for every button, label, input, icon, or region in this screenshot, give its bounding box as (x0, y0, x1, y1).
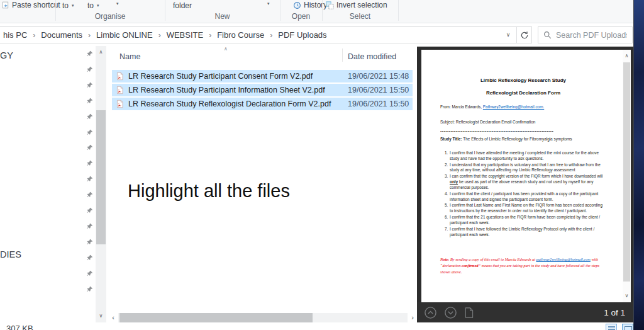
sidebar-pin-column (86, 48, 95, 300)
breadcrumb-item[interactable]: PDF Uploads (278, 30, 326, 40)
doc-study-title-text: The Effects of Limbic Reflexology for Fi… (462, 137, 572, 141)
chevron-down-icon: ▾ (96, 3, 99, 8)
pin-icon[interactable] (86, 190, 93, 201)
file-row[interactable]: LR Research Study Reflexologist Declarat… (112, 98, 413, 110)
paste-shortcut-button[interactable]: Paste shortcut (2, 1, 60, 9)
pin-icon[interactable] (86, 96, 93, 107)
pin-icon[interactable] (86, 127, 93, 139)
new-item-dropdown[interactable]: ▾ (267, 1, 270, 6)
sidebar-item-truncated-top[interactable]: GY (0, 50, 13, 60)
pin-icon[interactable] (86, 111, 93, 123)
doc-from-label: From: Marcia Edwards, (440, 105, 483, 109)
view-thumbnail-button[interactable] (622, 324, 633, 330)
scroll-down-icon[interactable]: ∨ (96, 311, 106, 321)
preview-pane: Limbic Reflexology Research Study Reflex… (417, 47, 633, 322)
refresh-icon (520, 31, 529, 40)
invert-selection-icon (326, 1, 334, 9)
pin-icon[interactable] (86, 158, 93, 169)
preview-scrollbar[interactable]: ∧ ∨ (623, 50, 631, 302)
breadcrumb-item[interactable]: Documents (41, 30, 82, 40)
sidebar-item-truncated-bottom[interactable]: DIES (0, 249, 21, 259)
pin-icon[interactable] (86, 205, 93, 217)
paste-shortcut-label: Paste shortcut (12, 1, 60, 9)
address-history-dropdown[interactable]: ∨ (501, 27, 515, 43)
pin-icon[interactable] (86, 268, 93, 280)
breadcrumb-item[interactable]: WEBSITE (167, 30, 204, 40)
doc-declaration-item: I confirm that I have attended the meeti… (449, 151, 606, 162)
scroll-right-icon[interactable]: › (408, 313, 418, 322)
doc-email-link: Pathway2wellbeing@hotmail.com. (483, 105, 544, 109)
horizontal-scrollbar-thumb[interactable] (119, 313, 313, 322)
scroll-up-icon[interactable]: ∧ (623, 51, 631, 61)
page-icon[interactable] (464, 307, 474, 319)
scroll-up-icon[interactable]: ∧ (96, 47, 106, 57)
doc-study-title-line: Study Title: The Effects of Limbic Refle… (440, 137, 606, 142)
organise-more-dropdown[interactable]: ▾ (116, 1, 119, 6)
search-icon (543, 31, 552, 39)
file-name: LR Research Study Participant Informatio… (128, 86, 325, 94)
chevron-down-icon: ∨ (506, 31, 511, 38)
breadcrumb-item[interactable]: Fibro Course (217, 30, 264, 40)
preview-scrollbar-thumb[interactable] (623, 62, 630, 282)
sidebar-scrollbar[interactable]: ∧ ∨ (96, 46, 106, 322)
pin-icon[interactable] (86, 253, 93, 264)
pdf-file-icon (116, 100, 124, 108)
file-list: ∧ Name Date modified LR Research Study P… (107, 46, 417, 322)
page-indicator: 1 of 1 (604, 308, 625, 317)
pin-icon[interactable] (86, 64, 93, 76)
page-down-button[interactable] (444, 306, 457, 319)
invert-selection-label: Invert selection (336, 1, 387, 9)
status-bar: 307 KB (0, 322, 633, 330)
pin-icon[interactable] (86, 174, 93, 185)
doc-note: Note: By sending a copy of this email to… (440, 256, 606, 275)
paste-shortcut-icon (2, 1, 9, 9)
sidebar-scrollbar-thumb[interactable] (96, 110, 106, 244)
horizontal-scrollbar[interactable]: ‹ › (107, 313, 417, 322)
doc-declaration-item: I can confirm that the copyright version… (449, 174, 606, 190)
pin-icon[interactable] (86, 221, 93, 232)
breadcrumb-separator-icon: › (264, 31, 278, 40)
move-to-button[interactable]: to ▾ (62, 1, 74, 10)
pin-icon[interactable] (86, 48, 93, 60)
chevron-down-icon: ▾ (267, 1, 270, 6)
column-header-date-modified[interactable]: Date modified (348, 52, 396, 61)
address-bar[interactable]: his PC›Documents›Limbic ONLINE›WEBSITE›F… (0, 26, 532, 43)
pin-icon[interactable] (86, 80, 93, 91)
search-input[interactable] (556, 31, 627, 40)
history-icon (293, 1, 301, 9)
scroll-down-icon[interactable]: ∨ (623, 291, 631, 301)
preview-toolbar: 1 of 1 (417, 302, 633, 322)
doc-declaration-item: I confirm that I have followed the Limbi… (449, 227, 606, 238)
file-row[interactable]: LR Research Study Participant Informatio… (112, 84, 413, 96)
doc-declaration-list: I confirm that I have attended the meeti… (440, 151, 606, 237)
ribbon: Paste shortcut to ▾ to ▾ ▾ Organise fold… (0, 0, 633, 23)
move-to-label: to (62, 1, 69, 10)
refresh-button[interactable] (517, 27, 532, 43)
address-toolbar: his PC›Documents›Limbic ONLINE›WEBSITE›F… (0, 24, 633, 46)
file-row[interactable]: LR Research Study Participant Consent Fo… (112, 70, 413, 82)
doc-title: Limbic Reflexology Research Study (440, 77, 606, 83)
pdf-file-icon (116, 72, 124, 81)
doc-note-label: Note: (440, 257, 449, 261)
pin-icon[interactable] (86, 284, 93, 295)
search-box[interactable] (538, 26, 633, 43)
pin-icon[interactable] (86, 237, 93, 248)
annotation-text: Highlight all the files (128, 181, 290, 202)
view-details-button[interactable] (606, 324, 617, 330)
doc-note-pre: By sending a copy of this email to Marci… (449, 257, 536, 261)
breadcrumb-separator-icon: › (27, 31, 41, 40)
doc-declaration-item: I understand that my participation is vo… (449, 162, 606, 174)
doc-study-title-label: Study Title: (440, 137, 462, 141)
column-header-name[interactable]: Name (119, 52, 140, 61)
scroll-left-icon[interactable]: ‹ (108, 313, 118, 322)
breadcrumb-item[interactable]: Limbic ONLINE (96, 30, 153, 40)
page-up-button[interactable] (424, 306, 437, 319)
new-folder-button[interactable]: folder (173, 1, 192, 10)
invert-selection-button[interactable]: Invert selection (326, 1, 387, 9)
copy-to-button[interactable]: to ▾ (87, 1, 99, 10)
status-size-text: 307 KB (6, 324, 33, 330)
pin-icon[interactable] (86, 142, 93, 154)
breadcrumb-item[interactable]: his PC (3, 30, 27, 40)
ribbon-group-divider (398, 0, 399, 21)
doc-note-email-link: pathway2wellbeing@hotmail.com (536, 257, 591, 261)
